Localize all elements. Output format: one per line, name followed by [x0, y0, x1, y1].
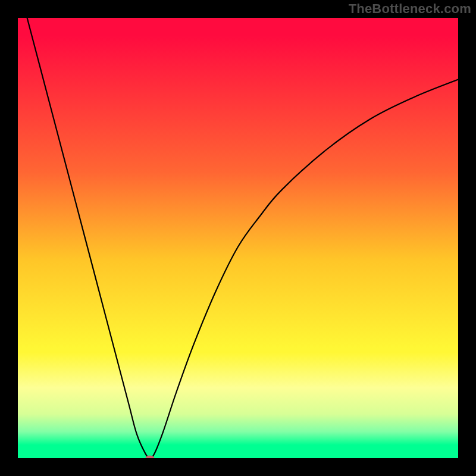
curve-path — [18, 18, 458, 458]
chart-frame: TheBottleneck.com — [0, 0, 476, 476]
bottleneck-curve — [18, 18, 458, 458]
optimum-marker — [146, 456, 155, 459]
watermark-text: TheBottleneck.com — [349, 1, 471, 17]
plot-area — [18, 18, 458, 458]
